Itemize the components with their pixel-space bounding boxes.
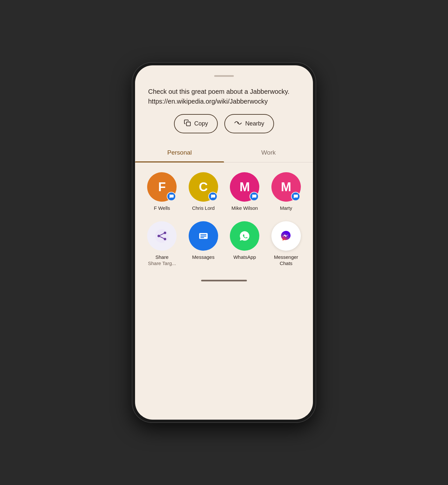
messages-badge-f-wells [167,192,176,201]
contact-name-f-wells: F Wells [154,205,170,211]
contact-chris-lord[interactable]: C Chris Lord [184,172,223,211]
messages-badge-chris-lord [208,192,217,201]
bottom-home-indicator [201,280,247,281]
tabs-row: Personal Work [135,143,313,162]
app-name-messages: Messages [192,254,215,260]
svg-point-4 [158,235,160,237]
avatar-marty: M [271,172,301,202]
contact-f-wells[interactable]: F F Wells [143,172,181,211]
whatsapp-icon [230,221,259,251]
nearby-button[interactable]: Nearby [224,114,274,133]
action-buttons-row: Copy Nearby [135,114,313,143]
copy-icon [184,119,191,128]
avatar-mike-wilson: M [230,172,259,202]
svg-point-1 [237,122,239,124]
messages-badge-marty [291,192,300,201]
phone-inner: Check out this great poem about a Jabber… [135,65,313,420]
tab-work[interactable]: Work [224,143,313,162]
share-text-area: Check out this great poem about a Jabber… [135,83,313,114]
messages-badge-mike-wilson [250,192,259,201]
avatar-chris-lord: C [189,172,218,202]
phone-frame: Check out this great poem about a Jabber… [132,63,316,422]
contact-name-chris-lord: Chris Lord [192,205,215,211]
nearby-icon [234,119,242,128]
copy-label: Copy [194,120,208,127]
tab-work-label: Work [261,149,276,156]
app-messenger[interactable]: Messenger Chats [267,221,305,267]
apps-grid: Share Share Targ... [135,221,313,276]
app-share-target[interactable]: Share Share Targ... [143,221,181,267]
share-target-icon [147,221,177,251]
top-drag-handle [214,75,234,77]
svg-rect-0 [186,122,190,126]
contacts-grid: F F Wells C Chris Lord [135,162,313,221]
app-name-share: Share Share Targ... [148,254,176,267]
app-name-messenger: Messenger Chats [274,254,298,267]
app-whatsapp[interactable]: WhatsApp [226,221,264,267]
tab-personal[interactable]: Personal [135,143,224,162]
nearby-label: Nearby [245,120,264,127]
tab-personal-label: Personal [167,149,192,156]
svg-point-5 [164,238,166,240]
copy-button[interactable]: Copy [174,114,218,133]
app-name-whatsapp: WhatsApp [233,254,256,260]
svg-point-2 [155,229,169,243]
messenger-icon [271,221,301,251]
contact-name-mike-wilson: Mike Wilson [232,205,258,211]
contact-name-marty: Marty [280,205,292,211]
avatar-f-wells: F [147,172,177,202]
phone-screen: Check out this great poem about a Jabber… [135,65,313,420]
svg-point-3 [164,231,166,234]
contact-marty[interactable]: M Marty [267,172,305,211]
contact-mike-wilson[interactable]: M Mike Wilson [226,172,264,211]
share-message-text: Check out this great poem about a Jabber… [148,87,300,106]
app-messages[interactable]: Messages [184,221,223,267]
messages-icon [189,221,218,251]
